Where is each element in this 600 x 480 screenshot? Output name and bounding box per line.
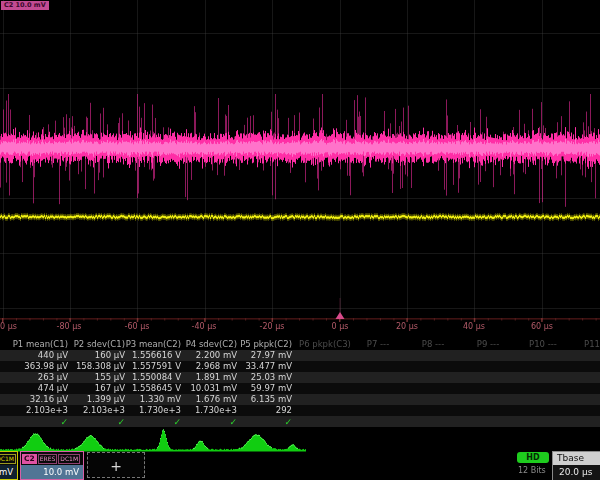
measure-column-header-unused[interactable]: P10 --- [515,339,571,350]
measure-cell: 25.03 mV [220,372,292,383]
time-axis-tick-label: -20 µs [260,322,285,331]
hd-bits-label: 12 Bits [518,466,546,475]
measure-status-check-icon: ✓ [65,416,125,428]
time-axis-tick-label: -100 µs [0,322,17,331]
c2-vertical-scale: 10.0 mV [21,465,83,479]
time-axis-tick-label: 40 µs [463,322,485,331]
measure-status-check-icon: ✓ [232,416,292,428]
measure-cell: 59.97 mV [220,383,292,394]
c1-coupling-badge: DC1M [0,454,16,464]
time-axis-tick-label: -60 µs [125,322,150,331]
trace-badge-c2[interactable]: C2 10.0 mV [1,1,49,10]
time-axis-tick-label: 0 µs [332,322,349,331]
time-axis-tick-label: -40 µs [192,322,217,331]
c2-label: C2 [22,454,37,464]
measure-column-header-unused[interactable]: P7 --- [350,339,406,350]
channel-descriptor-c2[interactable]: C2 ERES DC1M 10.0 mV [20,451,84,480]
add-trace-button[interactable]: + [87,452,145,478]
timebase-scale: 20.0 µs [553,465,600,480]
hd-mode-badge[interactable]: HD [517,452,549,463]
measure-column-header[interactable]: P5 pkpk(C2) [232,339,292,350]
c2-eres-badge: ERES [38,454,58,464]
time-axis-tick-label: 60 µs [531,322,553,331]
measure-cell: 292 [220,405,292,416]
measure-column-header-unused[interactable]: P11 --- [570,339,600,350]
measure-column-header[interactable]: P1 mean(C1) [8,339,68,350]
measure-column-header-unused[interactable]: P9 --- [460,339,516,350]
measure-column-header[interactable]: P4 sdev(C2) [177,339,237,350]
measure-cell: 33.477 mV [220,361,292,372]
measure-status-check-icon: ✓ [121,416,181,428]
measure-status-check-icon: ✓ [8,416,68,428]
time-axis-tick-label: -80 µs [57,322,82,331]
timebase-title: Tbase [553,452,600,465]
c1-vertical-scale: 10.0 mV [0,465,17,479]
measure-column-header[interactable]: P3 mean(C2) [121,339,181,350]
measure-column-header-unused[interactable]: P6 pkpk(C3) [297,339,353,350]
time-axis-tick-label: 20 µs [396,322,418,331]
channel-descriptor-c1[interactable]: DC1M 10.0 mV [0,451,18,480]
measure-cell: 6.135 mV [220,394,292,405]
timebase-descriptor[interactable]: Tbase 20.0 µs [552,451,600,480]
oscilloscope-screen: C2 10.0 mV -100 µs-80 µs-60 µs-40 µs-20 … [0,0,600,480]
measure-column-header[interactable]: P2 sdev(C1) [65,339,125,350]
c2-coupling-badge: DC1M [58,454,80,464]
measure-column-header-unused[interactable]: P8 --- [405,339,461,350]
measure-status-check-icon: ✓ [177,416,237,428]
measure-cell: 27.97 mV [220,350,292,361]
